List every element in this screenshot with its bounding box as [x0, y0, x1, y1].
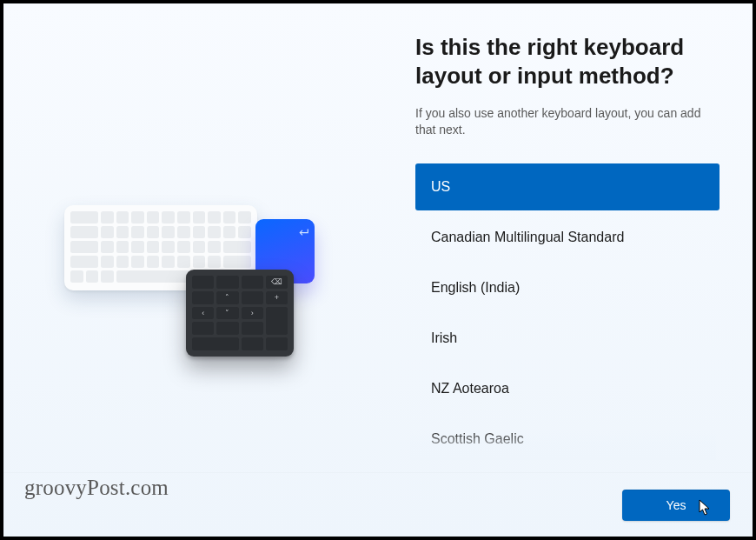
numpad-icon: ⌫ ˄+ ‹˅› [186, 270, 294, 357]
layout-option[interactable]: Irish [415, 315, 720, 362]
layout-option[interactable]: US [415, 163, 720, 210]
keyboard-layout-list[interactable]: US Canadian Multilingual Standard Englis… [415, 163, 720, 460]
page-title: Is this the right keyboard layout or inp… [415, 33, 720, 91]
oobe-window: ⌫ ˄+ ‹˅› Is this the right keyboard layo… [3, 3, 753, 537]
content-area: ⌫ ˄+ ‹˅› Is this the right keyboard layo… [3, 3, 753, 537]
layout-option[interactable]: English (India) [415, 264, 720, 311]
layout-option[interactable]: Scottish Gaelic [415, 416, 720, 460]
illustration-column: ⌫ ˄+ ‹˅› [36, 33, 410, 460]
enter-icon [297, 226, 309, 238]
yes-button[interactable]: Yes [622, 490, 730, 521]
keyboard-illustration: ⌫ ˄+ ‹˅› [64, 205, 325, 379]
layout-option[interactable]: Canadian Multilingual Standard [415, 214, 720, 261]
form-column: Is this the right keyboard layout or inp… [410, 33, 720, 460]
layout-option[interactable]: NZ Aotearoa [415, 365, 720, 412]
watermark-text: groovyPost.com [24, 476, 169, 500]
page-subtitle: If you also use another keyboard layout,… [415, 105, 720, 139]
